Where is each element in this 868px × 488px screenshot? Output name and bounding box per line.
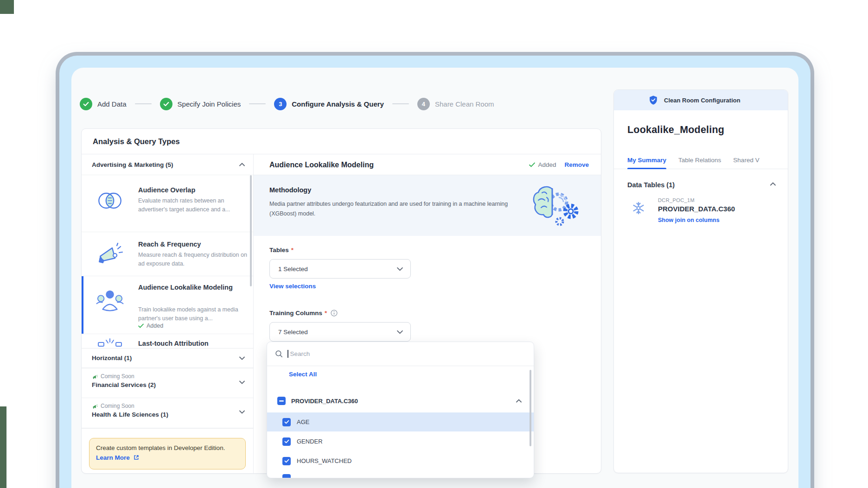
select-all-link[interactable]: Select All: [289, 371, 317, 378]
option-gender[interactable]: GENDER: [267, 432, 534, 451]
list-item-audience-overlap[interactable]: Audience Overlap Evaluate match rates be…: [82, 175, 253, 232]
data-tables-header: Data Tables (1): [627, 181, 675, 189]
learn-more-link[interactable]: Learn More: [96, 454, 130, 461]
chevron-down-icon[interactable]: [239, 410, 245, 414]
item-description: Evaluate match rates between an advertis…: [138, 196, 249, 214]
info-icon[interactable]: [331, 310, 338, 317]
card-title-row: Analysis & Query Types: [82, 129, 601, 154]
chevron-up-icon[interactable]: [516, 399, 522, 403]
checked-checkbox[interactable]: [282, 474, 291, 478]
chevron-up-icon[interactable]: [770, 182, 776, 186]
item-description: Train lookalike models against a media p…: [138, 305, 249, 323]
panel-header: Clean Room Configuration: [614, 90, 788, 110]
chevron-down-icon: [397, 267, 403, 271]
section-health-life-sciences[interactable]: Coming Soon Health & Life Sciences (1): [82, 398, 253, 428]
training-columns-dropdown: Select All PROVIDER_DATA.C360 AGE GENDER…: [267, 342, 534, 478]
checked-checkbox[interactable]: [282, 437, 291, 446]
list-scrollbar[interactable]: [250, 175, 252, 286]
chevron-down-icon: [397, 330, 403, 334]
people-icon: [95, 288, 125, 313]
card-title: Analysis & Query Types: [93, 129, 180, 154]
dropdown-group-provider-data[interactable]: PROVIDER_DATA.C360: [267, 391, 534, 411]
announce-icon: [92, 403, 98, 409]
screenshot-artifact: [0, 406, 6, 488]
training-columns-select[interactable]: 7 Selected: [269, 322, 411, 342]
added-badge: Added: [138, 323, 163, 329]
option-hours-watched[interactable]: HOURS_WATCHED: [267, 451, 534, 470]
coming-soon-tag: Coming Soon: [92, 403, 245, 409]
option-label: GENDER: [297, 438, 323, 445]
show-join-columns-link[interactable]: Show join on columns: [658, 217, 720, 223]
added-badge: Added: [529, 161, 556, 168]
step-complete-icon: [80, 98, 92, 110]
chevron-up-icon: [239, 163, 245, 166]
dropdown-scrollbar[interactable]: [530, 370, 531, 446]
step-number-icon: 3: [274, 98, 287, 110]
select-value: 1 Selected: [278, 266, 308, 273]
template-title: Audience Lookalike Modeling: [269, 154, 374, 175]
wizard-stepper: Add Data Specify Join Policies 3 Configu…: [80, 95, 494, 112]
methodology-title: Methodology: [269, 186, 311, 194]
step-label: Add Data: [97, 100, 127, 108]
coming-soon-tag: Coming Soon: [92, 373, 245, 380]
step-connector: [249, 103, 266, 104]
indeterminate-checkbox[interactable]: [277, 397, 286, 405]
search-input[interactable]: [290, 350, 494, 357]
check-icon: [138, 323, 144, 328]
section-label: Advertising & Marketing (5): [92, 161, 173, 168]
dropdown-search-row: [267, 342, 534, 366]
item-title: Reach & Frequency: [138, 240, 248, 249]
tables-field-label: Tables*: [269, 247, 294, 254]
external-link-icon: [134, 455, 139, 460]
shield-check-icon: [648, 95, 658, 106]
clean-room-name: Lookalike_Modeling: [627, 124, 724, 136]
step-connector: [135, 103, 152, 104]
list-item-last-touch-attribution[interactable]: Last-touch Attribution: [82, 334, 253, 348]
methodology-panel: Methodology Media partner attributes und…: [254, 175, 601, 236]
methodology-description: Media partner attributes undergo featuri…: [269, 199, 529, 218]
step-share-clean-room[interactable]: 4 Share Clean Room: [417, 98, 494, 110]
text-cursor: [287, 350, 288, 358]
step-number-icon: 4: [417, 98, 430, 110]
step-label: Specify Join Policies: [178, 100, 241, 108]
section-financial-services[interactable]: Coming Soon Financial Services (2): [82, 368, 253, 398]
snowflake-icon: [632, 201, 645, 215]
list-item-reach-frequency[interactable]: Reach & Frequency Measure reach & freque…: [82, 232, 253, 276]
section-horizontal[interactable]: Horizontal (1): [82, 348, 253, 368]
chevron-down-icon[interactable]: [239, 380, 245, 384]
chevron-down-icon: [239, 356, 245, 360]
banner-zone: Create custom templates in Developer Edi…: [82, 428, 253, 474]
step-label: Share Clean Room: [435, 100, 494, 108]
step-specify-join-policies[interactable]: Specify Join Policies: [160, 98, 241, 110]
tab-my-summary[interactable]: My Summary: [627, 152, 666, 169]
section-advertising-marketing[interactable]: Advertising & Marketing (5): [82, 154, 253, 175]
step-configure-analysis[interactable]: 3 Configure Analysis & Query: [274, 98, 384, 110]
search-icon: [275, 350, 283, 358]
step-add-data[interactable]: Add Data: [80, 98, 127, 110]
tab-table-relations[interactable]: Table Relations: [678, 152, 721, 169]
brain-gears-illustration: [528, 183, 580, 230]
remove-button[interactable]: Remove: [564, 161, 589, 168]
option-partially-visible[interactable]: [267, 472, 534, 478]
screenshot-artifact: [0, 0, 14, 14]
checked-checkbox[interactable]: [282, 418, 291, 426]
section-label: Financial Services (2): [92, 381, 245, 388]
view-selections-link[interactable]: View selections: [269, 283, 316, 290]
tables-select[interactable]: 1 Selected: [269, 259, 411, 279]
option-label: AGE: [297, 418, 309, 425]
tab-shared-with[interactable]: Shared V: [733, 152, 759, 169]
list-item-audience-lookalike-modeling[interactable]: Audience Lookalike Modeling Train lookal…: [82, 276, 253, 334]
database-name: DCR_POC_1M: [658, 197, 695, 203]
step-label: Configure Analysis & Query: [292, 100, 384, 108]
checked-checkbox[interactable]: [282, 457, 291, 465]
section-label: Horizontal (1): [92, 355, 132, 361]
required-asterisk: *: [325, 310, 327, 317]
template-actions: Added Remove: [529, 154, 589, 175]
item-title: Audience Lookalike Modeling: [138, 283, 248, 292]
required-asterisk: *: [291, 247, 294, 254]
venn-diagram-icon: [95, 189, 125, 212]
template-header: Audience Lookalike Modeling Added Remove: [254, 154, 601, 175]
panel-header-label: Clean Room Configuration: [664, 97, 740, 104]
option-age[interactable]: AGE: [267, 412, 534, 431]
section-label: Health & Life Sciences (1): [92, 411, 245, 418]
